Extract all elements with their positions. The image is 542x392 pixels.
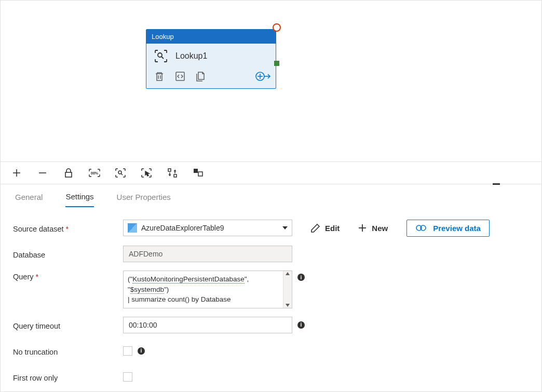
first-row-only-label: First row only [13,372,123,382]
zoom-fit-icon[interactable] [115,167,126,179]
panel-collapse-handle[interactable] [493,183,500,185]
node-type-label: Lookup [146,30,276,44]
canvas-toolbar: 00% [1,161,541,184]
preview-data-button[interactable]: Preview data [407,220,490,237]
no-truncation-label: No truncation [13,346,123,356]
svg-line-13 [121,173,123,175]
settings-form: Source dataset* AzureDataExplorerTable9 … [1,209,541,392]
query-textarea[interactable]: ("KustoMonitoringPersistentDatabase","$s… [123,271,292,308]
query-label: Query* [13,271,123,281]
activity-node-lookup[interactable]: Lookup Lookup1 [146,29,276,89]
status-indicator [273,23,281,32]
source-dataset-label: Source dataset* [13,223,123,233]
edit-button[interactable]: Edit [311,224,340,233]
scrollbar[interactable] [283,271,292,308]
no-truncation-checkbox[interactable] [123,346,132,356]
pipeline-canvas[interactable]: Lookup Lookup1 [1,1,541,161]
lookup-icon [154,49,168,63]
output-connector[interactable] [274,61,279,66]
source-dataset-select[interactable]: AzureDataExplorerTable9 [123,220,292,236]
svg-rect-14 [168,169,171,171]
zoom-out-icon[interactable] [37,167,48,179]
svg-rect-16 [194,169,198,173]
query-timeout-field[interactable] [123,317,292,333]
svg-point-0 [158,53,162,57]
query-value: ("KustoMonitoringPersistentDatabase","$s… [124,271,292,308]
info-icon[interactable]: i [138,347,145,355]
svg-rect-17 [198,172,202,176]
zoom-100-icon[interactable]: 00% [89,167,100,179]
dataset-type-icon [128,223,137,233]
info-icon[interactable]: i [297,321,305,329]
copy-icon[interactable] [195,71,207,82]
svg-rect-15 [174,174,177,177]
scroll-up-icon[interactable] [286,272,290,275]
scroll-down-icon[interactable] [286,304,290,307]
tab-user-properties[interactable]: User Properties [117,187,171,207]
node-name: Lookup1 [175,51,207,61]
properties-tabs: General Settings User Properties [1,184,541,209]
database-label: Database [13,249,123,259]
delete-icon[interactable] [154,71,165,82]
lock-icon[interactable] [63,167,74,179]
app-container: Lookup Lookup1 [0,0,542,392]
add-arrow-icon[interactable] [257,71,268,82]
chevron-down-icon [282,226,288,229]
multiselect-icon[interactable] [141,167,152,179]
database-field: ADFDemo [123,246,292,262]
svg-rect-10 [65,172,72,177]
query-timeout-label: Query timeout [13,320,123,330]
tab-settings[interactable]: Settings [65,187,93,207]
code-icon[interactable] [174,71,186,82]
svg-line-1 [161,57,164,59]
info-icon[interactable]: i [297,274,305,281]
svg-text:00%: 00% [91,171,99,175]
new-button[interactable]: New [358,224,388,233]
source-dataset-value: AzureDataExplorerTable9 [141,224,278,232]
zoom-in-icon[interactable] [11,167,22,179]
reorder-icon[interactable] [167,167,178,179]
align-icon[interactable] [193,167,204,179]
first-row-only-checkbox[interactable] [123,372,132,382]
tab-general[interactable]: General [15,187,43,207]
